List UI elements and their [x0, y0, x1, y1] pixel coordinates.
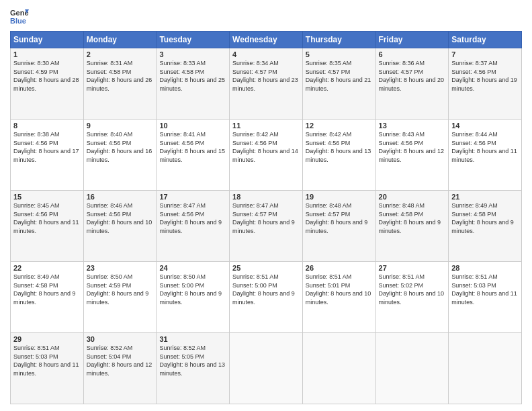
- day-number: 17: [159, 193, 226, 201]
- day-number: 14: [451, 122, 519, 130]
- weekday-header-friday: Friday: [375, 32, 449, 48]
- calendar-week-row: 22Sunrise: 8:49 AMSunset: 4:58 PMDayligh…: [11, 262, 522, 333]
- day-number: 27: [379, 264, 446, 272]
- day-detail: Sunrise: 8:51 AMSunset: 5:03 PMDaylight:…: [451, 273, 517, 306]
- day-detail: Sunrise: 8:45 AMSunset: 4:56 PMDaylight:…: [13, 202, 79, 234]
- day-detail: Sunrise: 8:40 AMSunset: 4:56 PMDaylight:…: [87, 131, 152, 163]
- day-number: 26: [306, 264, 373, 272]
- day-number: 29: [13, 335, 81, 343]
- logo: General Blue: [10, 7, 29, 26]
- day-detail: Sunrise: 8:49 AMSunset: 4:58 PMDaylight:…: [451, 202, 514, 234]
- calendar-cell: 20Sunrise: 8:48 AMSunset: 4:58 PMDayligh…: [375, 191, 449, 262]
- day-detail: Sunrise: 8:48 AMSunset: 4:57 PMDaylight:…: [306, 202, 368, 234]
- day-detail: Sunrise: 8:48 AMSunset: 4:58 PMDaylight:…: [379, 202, 441, 234]
- day-number: 8: [13, 122, 81, 130]
- day-detail: Sunrise: 8:46 AMSunset: 4:56 PMDaylight:…: [87, 202, 152, 234]
- day-detail: Sunrise: 8:41 AMSunset: 4:56 PMDaylight:…: [159, 131, 225, 163]
- day-number: 11: [232, 122, 300, 130]
- day-number: 1: [13, 50, 81, 58]
- day-detail: Sunrise: 8:51 AMSunset: 5:02 PMDaylight:…: [379, 273, 445, 306]
- day-number: 15: [13, 193, 81, 201]
- day-number: 7: [451, 50, 519, 58]
- day-number: 24: [159, 264, 226, 272]
- calendar-cell: 5Sunrise: 8:35 AMSunset: 4:57 PMDaylight…: [302, 48, 375, 120]
- calendar-cell: 13Sunrise: 8:43 AMSunset: 4:56 PMDayligh…: [375, 120, 449, 191]
- day-number: 10: [159, 122, 226, 130]
- day-detail: Sunrise: 8:37 AMSunset: 4:56 PMDaylight:…: [451, 60, 517, 92]
- calendar-cell: 17Sunrise: 8:47 AMSunset: 4:56 PMDayligh…: [157, 191, 230, 262]
- day-detail: Sunrise: 8:51 AMSunset: 5:03 PMDaylight:…: [13, 345, 79, 377]
- calendar-cell: 7Sunrise: 8:37 AMSunset: 4:56 PMDaylight…: [449, 48, 522, 120]
- calendar-cell: [230, 333, 303, 404]
- day-number: 18: [232, 193, 300, 201]
- calendar-cell: 6Sunrise: 8:36 AMSunset: 4:57 PMDaylight…: [375, 48, 449, 120]
- calendar-cell: 9Sunrise: 8:40 AMSunset: 4:56 PMDaylight…: [83, 120, 157, 191]
- day-detail: Sunrise: 8:33 AMSunset: 4:58 PMDaylight:…: [159, 60, 225, 92]
- calendar-cell: 25Sunrise: 8:51 AMSunset: 5:00 PMDayligh…: [230, 262, 303, 333]
- day-detail: Sunrise: 8:50 AMSunset: 4:59 PMDaylight:…: [87, 273, 149, 306]
- calendar-cell: 21Sunrise: 8:49 AMSunset: 4:58 PMDayligh…: [449, 191, 522, 262]
- day-detail: Sunrise: 8:42 AMSunset: 4:56 PMDaylight:…: [232, 131, 298, 163]
- day-detail: Sunrise: 8:52 AMSunset: 5:04 PMDaylight:…: [87, 345, 152, 377]
- day-number: 2: [87, 50, 154, 58]
- day-number: 31: [159, 335, 226, 343]
- calendar-cell: 11Sunrise: 8:42 AMSunset: 4:56 PMDayligh…: [230, 120, 303, 191]
- day-number: 3: [159, 50, 226, 58]
- calendar-cell: 12Sunrise: 8:42 AMSunset: 4:56 PMDayligh…: [302, 120, 375, 191]
- day-detail: Sunrise: 8:35 AMSunset: 4:57 PMDaylight:…: [306, 60, 371, 92]
- weekday-header-saturday: Saturday: [449, 32, 522, 48]
- calendar-cell: 2Sunrise: 8:31 AMSunset: 4:58 PMDaylight…: [83, 48, 157, 120]
- day-number: 23: [87, 264, 154, 272]
- calendar-cell: 3Sunrise: 8:33 AMSunset: 4:58 PMDaylight…: [157, 48, 230, 120]
- calendar-cell: 14Sunrise: 8:44 AMSunset: 4:56 PMDayligh…: [449, 120, 522, 191]
- calendar-cell: 1Sunrise: 8:30 AMSunset: 4:59 PMDaylight…: [11, 48, 84, 120]
- day-detail: Sunrise: 8:43 AMSunset: 4:56 PMDaylight:…: [379, 131, 445, 163]
- day-number: 25: [232, 264, 300, 272]
- day-detail: Sunrise: 8:49 AMSunset: 4:58 PMDaylight:…: [13, 273, 76, 306]
- day-detail: Sunrise: 8:30 AMSunset: 4:59 PMDaylight:…: [13, 60, 79, 92]
- day-number: 13: [379, 122, 446, 130]
- day-number: 12: [306, 122, 373, 130]
- day-number: 4: [232, 50, 300, 58]
- day-number: 19: [306, 193, 373, 201]
- day-detail: Sunrise: 8:47 AMSunset: 4:56 PMDaylight:…: [159, 202, 222, 234]
- weekday-header-tuesday: Tuesday: [157, 32, 230, 48]
- day-detail: Sunrise: 8:31 AMSunset: 4:58 PMDaylight:…: [87, 60, 152, 92]
- day-number: 21: [451, 193, 519, 201]
- day-detail: Sunrise: 8:51 AMSunset: 5:01 PMDaylight:…: [306, 273, 371, 306]
- page: General Blue SundayMondayTuesdayWednesda…: [0, 0, 532, 411]
- calendar-cell: 24Sunrise: 8:50 AMSunset: 5:00 PMDayligh…: [157, 262, 230, 333]
- calendar-cell: 18Sunrise: 8:47 AMSunset: 4:57 PMDayligh…: [230, 191, 303, 262]
- logo-icon: General Blue: [10, 7, 29, 26]
- calendar-cell: 22Sunrise: 8:49 AMSunset: 4:58 PMDayligh…: [11, 262, 84, 333]
- day-number: 22: [13, 264, 81, 272]
- day-number: 20: [379, 193, 446, 201]
- calendar-week-row: 29Sunrise: 8:51 AMSunset: 5:03 PMDayligh…: [11, 333, 522, 404]
- calendar-cell: 16Sunrise: 8:46 AMSunset: 4:56 PMDayligh…: [83, 191, 157, 262]
- calendar-table: SundayMondayTuesdayWednesdayThursdayFrid…: [10, 31, 522, 404]
- calendar-cell: 23Sunrise: 8:50 AMSunset: 4:59 PMDayligh…: [83, 262, 157, 333]
- calendar-cell: 28Sunrise: 8:51 AMSunset: 5:03 PMDayligh…: [449, 262, 522, 333]
- calendar-cell: 26Sunrise: 8:51 AMSunset: 5:01 PMDayligh…: [302, 262, 375, 333]
- weekday-header-wednesday: Wednesday: [230, 32, 303, 48]
- calendar-cell: 15Sunrise: 8:45 AMSunset: 4:56 PMDayligh…: [11, 191, 84, 262]
- calendar-cell: 30Sunrise: 8:52 AMSunset: 5:04 PMDayligh…: [83, 333, 157, 404]
- day-detail: Sunrise: 8:34 AMSunset: 4:57 PMDaylight:…: [232, 60, 298, 92]
- calendar-cell: 29Sunrise: 8:51 AMSunset: 5:03 PMDayligh…: [11, 333, 84, 404]
- calendar-cell: [375, 333, 449, 404]
- calendar-cell: [449, 333, 522, 404]
- weekday-header-row: SundayMondayTuesdayWednesdayThursdayFrid…: [11, 32, 522, 48]
- calendar-cell: [302, 333, 375, 404]
- calendar-week-row: 8Sunrise: 8:38 AMSunset: 4:56 PMDaylight…: [11, 120, 522, 191]
- day-detail: Sunrise: 8:51 AMSunset: 5:00 PMDaylight:…: [232, 273, 295, 306]
- calendar-week-row: 1Sunrise: 8:30 AMSunset: 4:59 PMDaylight…: [11, 48, 522, 120]
- day-detail: Sunrise: 8:44 AMSunset: 4:56 PMDaylight:…: [451, 131, 517, 163]
- day-detail: Sunrise: 8:38 AMSunset: 4:56 PMDaylight:…: [13, 131, 79, 163]
- header: General Blue: [10, 7, 522, 26]
- calendar-cell: 27Sunrise: 8:51 AMSunset: 5:02 PMDayligh…: [375, 262, 449, 333]
- day-number: 30: [87, 335, 154, 343]
- day-number: 5: [306, 50, 373, 58]
- day-detail: Sunrise: 8:50 AMSunset: 5:00 PMDaylight:…: [159, 273, 222, 306]
- calendar-cell: 31Sunrise: 8:52 AMSunset: 5:05 PMDayligh…: [157, 333, 230, 404]
- day-number: 28: [451, 264, 519, 272]
